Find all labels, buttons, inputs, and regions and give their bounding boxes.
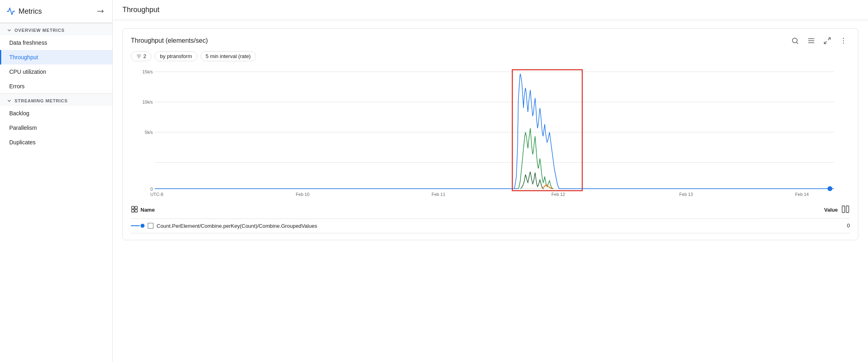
columns-icon[interactable] (841, 205, 850, 215)
filter-icon (136, 54, 142, 59)
sidebar-item-cpu-utilization[interactable]: CPU utilization (0, 64, 112, 79)
grid-icon (131, 206, 138, 214)
svg-rect-31 (513, 70, 583, 191)
search-icon (791, 37, 799, 45)
page-title: Throughput (113, 0, 868, 20)
main-content: Throughput Throughput (elements/sec) (113, 0, 868, 362)
sidebar-item-data-freshness[interactable]: Data freshness (0, 35, 112, 50)
sidebar-header: Metrics (0, 0, 112, 23)
by-ptransform-chip[interactable]: by ptransform (155, 51, 197, 61)
svg-text:5k/s: 5k/s (145, 130, 153, 135)
sidebar-item-backlog[interactable]: Backlog (0, 106, 112, 121)
svg-text:0: 0 (151, 187, 153, 191)
svg-line-2 (797, 42, 798, 44)
filter-count-label: 2 (143, 53, 146, 59)
more-options-button[interactable] (837, 35, 850, 46)
svg-point-10 (843, 43, 844, 44)
interval-label: 5 min interval (rate) (206, 53, 251, 59)
svg-rect-36 (132, 210, 134, 212)
svg-line-7 (825, 42, 827, 44)
svg-point-9 (843, 40, 844, 42)
by-ptransform-label: by ptransform (160, 53, 192, 59)
svg-point-1 (792, 38, 797, 43)
legend-button[interactable] (805, 35, 818, 46)
col-name-header: Name (131, 202, 763, 218)
svg-rect-37 (135, 210, 137, 212)
svg-text:Feb 11: Feb 11 (432, 192, 445, 197)
col-value-label: Value (824, 207, 838, 213)
chart-card-header: Throughput (elements/sec) (131, 35, 850, 46)
section-header-overview: OVERVIEW METRICS (0, 23, 112, 35)
chevron-down-icon (6, 27, 12, 33)
table-row: Count.PerElement/Combine.perKey(Count)/C… (131, 218, 850, 233)
col-value-header: Value (763, 202, 850, 218)
legend-icon (807, 37, 815, 45)
collapse-sidebar-button[interactable] (95, 6, 106, 17)
chart-area: 15k/s 10k/s 5k/s 0 UTC-8 Feb 10 Feb 11 F… (131, 68, 850, 197)
chart-svg: 15k/s 10k/s 5k/s 0 UTC-8 Feb 10 Feb 11 F… (131, 68, 850, 197)
svg-text:UTC-8: UTC-8 (150, 192, 163, 197)
metrics-icon (6, 7, 15, 16)
section-label-streaming: STREAMING METRICS (14, 98, 68, 103)
sidebar-item-errors[interactable]: Errors (0, 79, 112, 94)
sidebar-title-text: Metrics (19, 7, 42, 16)
svg-text:15k/s: 15k/s (143, 69, 153, 74)
legend-table: Name Value (131, 202, 850, 233)
svg-line-6 (828, 38, 831, 40)
interval-chip[interactable]: 5 min interval (rate) (200, 51, 256, 61)
main-body: Throughput (elements/sec) (113, 20, 868, 362)
chart-title: Throughput (elements/sec) (131, 37, 208, 44)
legend-checkbox[interactable] (148, 223, 153, 229)
fullscreen-icon (823, 37, 831, 45)
svg-rect-35 (135, 206, 137, 209)
svg-text:Feb 13: Feb 13 (679, 192, 693, 197)
chevron-down-icon-2 (6, 98, 12, 104)
svg-text:10k/s: 10k/s (143, 100, 153, 104)
filter-chips: 2 by ptransform 5 min interval (rate) (131, 51, 850, 61)
legend-name-cell: Count.PerElement/Combine.perKey(Count)/C… (131, 218, 763, 233)
sidebar-item-throughput[interactable]: Throughput (0, 50, 112, 64)
svg-point-33 (827, 186, 832, 191)
svg-rect-39 (846, 206, 849, 213)
section-label-overview: OVERVIEW METRICS (14, 28, 64, 33)
sidebar-item-parallelism[interactable]: Parallelism (0, 121, 112, 135)
filter-count-chip[interactable]: 2 (131, 51, 151, 61)
svg-text:Feb 12: Feb 12 (552, 192, 565, 197)
chart-card: Throughput (elements/sec) (122, 28, 858, 240)
legend-name-text: Count.PerElement/Combine.perKey(Count)/C… (157, 223, 317, 229)
sidebar-item-duplicates[interactable]: Duplicates (0, 135, 112, 150)
collapse-icon (96, 7, 104, 15)
legend-value-cell: 0 (763, 218, 850, 233)
col-name-label: Name (141, 207, 155, 213)
sidebar: Metrics OVERVIEW METRICS Data freshness … (0, 0, 113, 362)
svg-point-8 (843, 38, 844, 39)
svg-rect-38 (842, 206, 845, 213)
more-vert-icon (839, 37, 847, 45)
svg-text:Feb 10: Feb 10 (296, 192, 310, 197)
svg-text:Feb 14: Feb 14 (795, 192, 809, 197)
legend-line-indicator (131, 224, 145, 228)
section-header-streaming: STREAMING METRICS (0, 94, 112, 106)
svg-rect-34 (132, 206, 134, 209)
fullscreen-button[interactable] (821, 35, 834, 46)
chart-actions (789, 35, 850, 46)
sidebar-title: Metrics (6, 7, 42, 16)
search-chart-button[interactable] (789, 35, 802, 46)
